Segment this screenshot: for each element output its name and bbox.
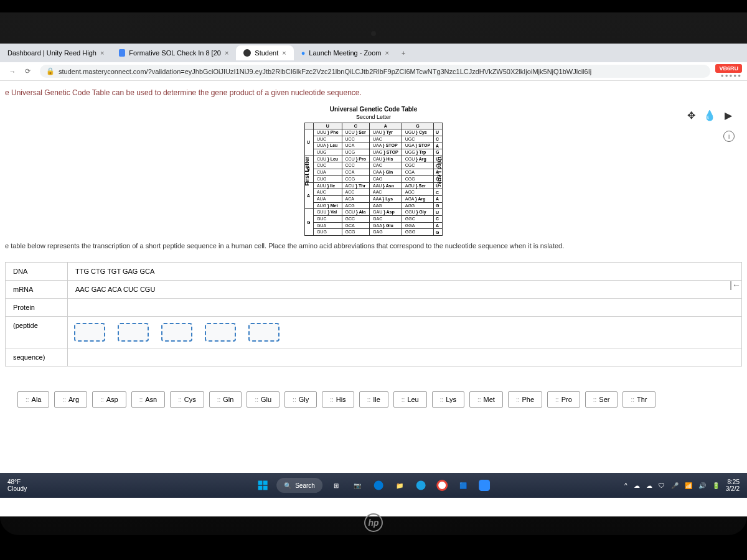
cloud-icon[interactable]: ☁ xyxy=(634,482,640,489)
back-button[interactable]: → xyxy=(5,64,20,79)
url-input[interactable]: 🔒 student.masteryconnect.com/?validation… xyxy=(40,65,710,78)
camera-icon[interactable]: 📷 xyxy=(350,478,365,493)
first-letter-cell: U xyxy=(304,129,313,156)
grip-icon: :: xyxy=(330,396,334,403)
amino-acid-chip[interactable]: ::Ile xyxy=(359,391,388,408)
wifi-icon[interactable]: 📶 xyxy=(685,482,692,489)
zoom-app-icon[interactable] xyxy=(477,478,492,493)
amino-acid-chip[interactable]: ::Met xyxy=(469,391,503,408)
tab-label: Formative SOL Check In 8 [20 xyxy=(129,49,221,57)
codon-cell: UAC xyxy=(370,136,402,142)
new-tab-button[interactable]: + xyxy=(397,47,410,59)
amino-acid-chip[interactable]: ::Asp xyxy=(92,391,126,408)
codon-cell: ACA xyxy=(342,195,369,202)
amino-acid-chip[interactable]: ::Thr xyxy=(622,391,655,408)
chrome-icon[interactable] xyxy=(435,478,449,493)
grip-icon: :: xyxy=(555,396,559,403)
amino-acid-label: Asn xyxy=(145,396,157,403)
amino-acid-label: Phe xyxy=(522,396,534,403)
chevron-up-icon[interactable]: ^ xyxy=(624,482,627,489)
close-icon[interactable]: × xyxy=(225,49,228,57)
third-letter-cell: A xyxy=(434,142,443,149)
row-label-peptide: (peptide xyxy=(6,317,68,348)
browser-tab[interactable]: ● Launch Meeting - Zoom × xyxy=(294,45,397,60)
codon-cell: GAC xyxy=(370,215,402,222)
amino-acid-label: Ile xyxy=(373,396,380,403)
row-value-protein xyxy=(68,299,741,316)
drop-slot[interactable] xyxy=(161,323,192,342)
amino-acid-chip[interactable]: ::Pro xyxy=(547,391,580,408)
tab-label: Student xyxy=(255,49,278,57)
codon-cell: AAG xyxy=(370,202,402,209)
codon-cell: AGC xyxy=(402,189,433,196)
amino-acid-chip[interactable]: ::Gly xyxy=(284,391,317,408)
drop-slot[interactable] xyxy=(74,323,105,342)
start-button[interactable] xyxy=(255,478,270,493)
codon-cell: UGA } STOP xyxy=(402,142,433,149)
codon-cell: GGA xyxy=(402,222,433,229)
amino-acid-chip[interactable]: ::Leu xyxy=(393,391,427,408)
third-letter-label: Third Letter xyxy=(436,155,443,186)
battery-icon[interactable]: 🔋 xyxy=(712,482,720,489)
edge-app-icon[interactable] xyxy=(413,478,428,493)
codon-cell: AGG xyxy=(402,202,433,209)
amino-acid-chip[interactable]: ::Phe xyxy=(508,391,542,408)
drop-slot[interactable] xyxy=(118,323,149,342)
url-text: student.masteryconnect.com/?validation=e… xyxy=(59,68,591,75)
amino-acid-chip[interactable]: ::Cys xyxy=(170,391,204,408)
refresh-button[interactable]: ⟳ xyxy=(20,64,35,79)
grip-icon: :: xyxy=(440,396,444,403)
close-icon[interactable]: × xyxy=(385,49,389,57)
browser-tab[interactable]: Formative SOL Check In 8 [20 × xyxy=(111,45,236,60)
clock-widget[interactable]: 8:25 3/2/2 xyxy=(726,478,740,492)
amino-acid-chip[interactable]: ::Ala xyxy=(17,391,49,408)
codon-cell: UUC xyxy=(313,136,342,142)
app-icon[interactable]: 🟦 xyxy=(456,478,471,493)
amino-acid-chip[interactable]: ::Ser xyxy=(585,391,618,408)
drop-slot[interactable] xyxy=(205,323,236,342)
codon-cell: CAA } Gln xyxy=(370,169,402,176)
amino-acid-label: Ser xyxy=(599,396,609,403)
expand-left-icon[interactable]: |← xyxy=(730,280,741,290)
amino-acid-label: Ala xyxy=(32,396,42,403)
edge-icon[interactable] xyxy=(371,478,386,493)
row-label-mrna: mRNA xyxy=(6,281,68,298)
amino-acid-chip[interactable]: ::Asn xyxy=(131,391,166,408)
url-bar: → ⟳ 🔒 student.masteryconnect.com/?valida… xyxy=(0,62,747,81)
search-button[interactable]: 🔍 Search xyxy=(276,478,322,493)
weather-widget[interactable]: 48°F Cloudy xyxy=(0,478,34,492)
amino-acid-chip[interactable]: ::Glu xyxy=(247,391,280,408)
codon-cell: GUU } Val xyxy=(313,209,342,216)
codon-cell: UCU } Ser xyxy=(342,129,369,136)
amino-acid-label: Cys xyxy=(184,396,196,403)
codon-cell: UCG xyxy=(342,149,369,156)
onedrive-icon[interactable]: ☁ xyxy=(646,482,652,489)
codon-cell: CUU } Leu xyxy=(313,156,342,162)
amino-acid-chip[interactable]: ::Lys xyxy=(432,391,464,408)
drop-zone[interactable] xyxy=(68,317,741,348)
codon-cell: CAU } His xyxy=(370,156,402,162)
file-explorer-icon[interactable]: 📁 xyxy=(392,478,407,493)
amino-acid-chip[interactable]: ::Arg xyxy=(54,391,87,408)
security-icon[interactable]: 🛡 xyxy=(659,482,665,489)
close-icon[interactable]: × xyxy=(282,49,286,57)
extension-badge[interactable]: VB6RU xyxy=(715,64,742,73)
task-view-icon[interactable]: ⊞ xyxy=(329,478,344,493)
codon-cell: AGU } Ser xyxy=(402,182,433,189)
codon-cell: ACG xyxy=(342,202,369,209)
second-letter-label: Second Letter xyxy=(304,114,443,120)
amino-acid-label: Met xyxy=(484,396,495,403)
tab-label: Launch Meeting - Zoom xyxy=(309,49,381,57)
volume-icon[interactable]: 🔊 xyxy=(698,482,706,489)
amino-acid-chip[interactable]: ::Gln xyxy=(209,391,242,408)
codon-cell: CUG xyxy=(313,175,342,182)
svg-rect-3 xyxy=(263,486,268,490)
mic-icon[interactable]: 🎤 xyxy=(671,482,679,489)
browser-tab-active[interactable]: Student × xyxy=(236,45,293,60)
browser-tab[interactable]: Dashboard | Unity Reed High × xyxy=(0,45,111,60)
amino-acid-chip[interactable]: ::His xyxy=(322,391,354,408)
drop-slot[interactable] xyxy=(248,323,280,342)
codon-cell: AAA } Lys xyxy=(370,195,402,202)
close-icon[interactable]: × xyxy=(100,49,104,57)
tab-label: Dashboard | Unity Reed High xyxy=(7,49,96,57)
